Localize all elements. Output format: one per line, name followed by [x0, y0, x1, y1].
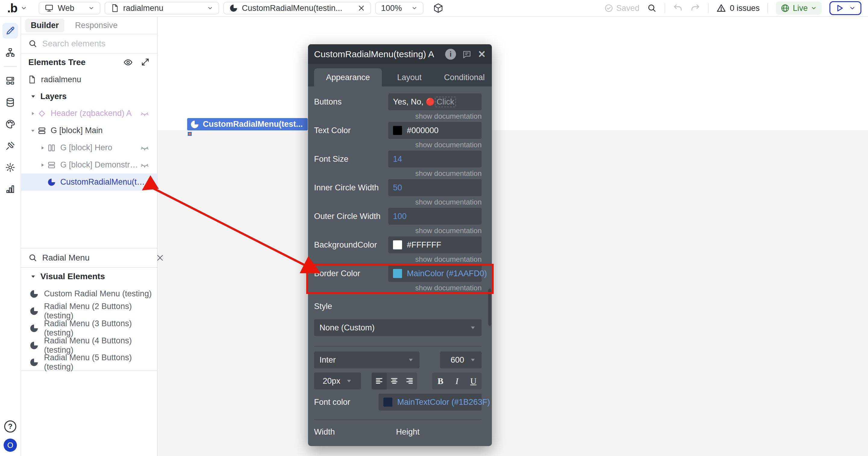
palette-item-radial-menu-2[interactable]: Radial Menu (2 Buttons) (testing) [21, 302, 157, 320]
element-tab[interactable]: CustomRadialMenu(testin... [223, 2, 371, 14]
show-documentation-link[interactable]: show documentation [314, 169, 482, 176]
zoom-dropdown[interactable]: 100% [375, 2, 424, 14]
dynamic-token[interactable]: Click [435, 97, 456, 107]
undo-icon[interactable] [673, 3, 683, 13]
rail-item-reusables[interactable] [2, 73, 18, 89]
underline-button[interactable]: U [465, 372, 482, 389]
palette-item-custom-radial-menu[interactable]: Custom Radial Menu (testing) [21, 285, 157, 302]
font-color-input[interactable]: MainTextColor (#1B263F) [378, 394, 482, 411]
style-dropdown[interactable]: None (Custom) [314, 319, 482, 336]
font-weight-dropdown[interactable]: 600 [440, 352, 482, 368]
rail-item-design[interactable] [2, 23, 18, 38]
outer-circle-width-input[interactable]: 100 [388, 208, 482, 225]
visual-elements-section-header[interactable]: Visual Elements [21, 268, 157, 285]
clear-search-icon[interactable] [156, 254, 164, 262]
rail-item-data[interactable] [2, 95, 18, 110]
align-center-button[interactable] [387, 372, 402, 389]
align-left-button[interactable] [372, 372, 387, 389]
caret-down-icon [346, 378, 352, 384]
tab-layout[interactable]: Layout [382, 68, 437, 87]
popup-scrollbar[interactable] [488, 289, 491, 326]
caret-right-icon[interactable] [38, 145, 46, 151]
eye-closed-icon[interactable] [140, 161, 149, 170]
show-documentation-link[interactable]: show documentation [314, 227, 482, 234]
color-swatch[interactable] [393, 126, 402, 135]
element-search-input[interactable] [42, 253, 151, 263]
field-row-font-color: Font color MainTextColor (#1B263F) [314, 394, 482, 411]
text-color-input[interactable]: #000000 [388, 122, 482, 139]
close-icon[interactable]: ✕ [478, 50, 486, 59]
show-documentation-link[interactable]: show documentation [314, 284, 482, 291]
caret-right-icon[interactable] [29, 111, 37, 116]
tree-item-page[interactable]: radialmenu [21, 71, 157, 88]
tree-item-header-component[interactable]: Header (zqbackend) A [21, 105, 157, 122]
user-avatar[interactable]: O [4, 438, 17, 452]
tree-item-group-demonstration[interactable]: G [block] Demonstrati... [21, 156, 157, 173]
rail-item-workflow[interactable] [2, 44, 18, 60]
tab-responsive[interactable]: Responsive [70, 19, 123, 32]
palette-item-radial-menu-3[interactable]: Radial Menu (3 Buttons) (testing) [21, 320, 157, 337]
show-documentation-link[interactable]: show documentation [314, 112, 482, 119]
selected-element-badge[interactable]: CustomRadialMenu(test... [187, 118, 308, 130]
chevron-down-icon[interactable] [849, 5, 856, 11]
rail-item-styles[interactable] [2, 116, 18, 132]
color-swatch[interactable] [393, 240, 402, 249]
layers-section-header[interactable]: Layers [21, 88, 157, 105]
font-size-input[interactable]: 14 [388, 151, 482, 167]
rail-item-logs[interactable] [2, 181, 18, 197]
rail-item-plugins[interactable] [2, 138, 18, 154]
color-swatch[interactable] [383, 398, 393, 406]
preview-button[interactable] [830, 1, 861, 15]
eye-closed-icon[interactable] [140, 143, 149, 153]
help-button[interactable]: ? [4, 420, 16, 432]
palette-item-radial-menu-5[interactable]: Radial Menu (5 Buttons) (testing) [21, 354, 157, 371]
caret-right-icon[interactable] [38, 162, 46, 168]
tab-builder[interactable]: Builder [25, 19, 64, 32]
issues-indicator[interactable]: 0 issues [716, 3, 760, 13]
bold-button[interactable]: B [432, 372, 449, 389]
color-swatch[interactable] [393, 269, 402, 278]
eye-icon[interactable] [123, 58, 133, 67]
expand-icon[interactable] [141, 58, 150, 67]
inner-circle-width-input[interactable]: 50 [388, 179, 482, 196]
redo-icon[interactable] [690, 3, 700, 13]
font-size-dropdown[interactable]: 20px [314, 372, 361, 389]
search-elements-input[interactable] [42, 39, 151, 48]
rail-item-settings[interactable] [2, 160, 18, 175]
live-environment-button[interactable]: Live [776, 1, 822, 15]
tree-item-group-main[interactable]: G [block] Main [21, 122, 157, 139]
design-canvas[interactable]: CustomRadialMenu(test... [158, 17, 868, 456]
property-editor-header[interactable]: CustomRadialMenu(testing) A i ✕ [308, 44, 492, 64]
font-color-value[interactable]: MainTextColor (#1B263F) [397, 398, 490, 407]
info-icon[interactable]: i [445, 49, 456, 60]
page-surface[interactable] [158, 17, 868, 130]
tab-conditional[interactable]: Conditional [437, 68, 492, 87]
search-icon[interactable] [647, 3, 657, 13]
tree-item-custom-radial-menu[interactable]: CustomRadialMenu(testing) A [21, 173, 157, 191]
palette-item-radial-menu-4[interactable]: Radial Menu (4 Buttons) (testing) [21, 337, 157, 354]
tree-item-group-hero[interactable]: G [block] Hero [21, 139, 157, 156]
align-right-button[interactable] [402, 372, 417, 389]
close-tab-icon[interactable] [358, 4, 365, 12]
eye-closed-icon[interactable] [140, 109, 149, 118]
environment-dropdown[interactable]: Web [38, 2, 100, 14]
component-library-icon[interactable] [433, 3, 443, 13]
background-color-input[interactable]: #FFFFFF [388, 236, 482, 253]
palette-item-label: Radial Menu (3 Buttons) (testing) [44, 319, 157, 338]
border-color-value[interactable]: MainColor (#1AAFD0) [407, 269, 487, 278]
live-label: Live [793, 4, 808, 13]
selection-handle[interactable] [188, 132, 192, 136]
show-documentation-link[interactable]: show documentation [314, 141, 482, 148]
page-dropdown[interactable]: radialmenu [104, 2, 219, 14]
italic-button[interactable]: I [449, 372, 465, 389]
app-menu-button[interactable]: .b [7, 2, 27, 14]
comment-icon[interactable] [462, 50, 472, 59]
tab-appearance[interactable]: Appearance [314, 68, 382, 87]
show-documentation-link[interactable]: show documentation [314, 255, 482, 262]
width-label: Width [314, 427, 396, 436]
caret-down-icon[interactable] [29, 128, 37, 133]
font-family-dropdown[interactable]: Inter [314, 352, 420, 368]
show-documentation-link[interactable]: show documentation [314, 198, 482, 205]
buttons-input[interactable]: Yes, No, 🔴 Click [388, 93, 482, 110]
border-color-input[interactable]: MainColor (#1AAFD0) [388, 265, 482, 282]
